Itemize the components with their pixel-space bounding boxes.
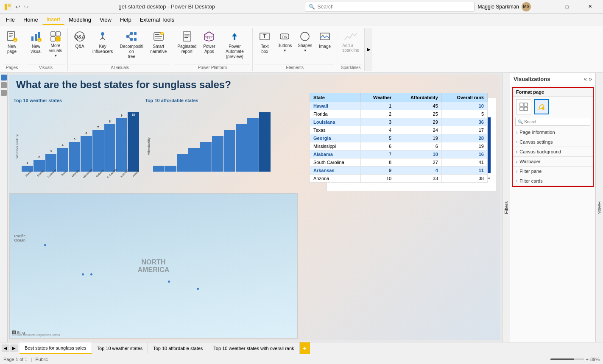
buttons-button[interactable]: OK Buttons ▼ [275,28,294,54]
bar-alabama: 7 [92,130,104,172]
menu-file[interactable]: File [2,15,19,25]
filters-panel[interactable]: Filters [502,73,510,342]
user-area: Maggie Sparkman MS [478,2,531,11]
decomposition-tree-icon [125,30,138,43]
left-icon-2[interactable] [1,82,7,88]
image-button[interactable]: Image [315,28,334,51]
svg-text:OK: OK [282,35,288,39]
table-row: Texas42417 [310,126,488,134]
state-cell: Arizona [310,175,361,183]
accordion-wallpaper[interactable]: › Wallpaper [513,157,593,167]
viz-panel-expand-right[interactable]: » [589,75,592,82]
zoom-level: 89% [590,357,600,362]
svg-rect-26 [134,32,137,35]
zoom-bar[interactable] [550,358,584,360]
qa-button[interactable]: Q&A Q&A [70,28,89,51]
close-button[interactable]: ✕ [580,0,600,14]
accordion-filter-cards[interactable]: › Filter cards [513,176,593,186]
accordion-canvas-settings[interactable]: › Canvas settings [513,137,593,147]
right-bars [153,112,271,172]
text-box-button[interactable]: T Textbox [255,28,274,56]
image-label: Image [319,44,331,49]
menu-home[interactable]: Home [19,15,42,25]
chevron-right-icon-3: › [516,150,517,154]
maximize-button[interactable]: □ [557,0,577,14]
menu-external-tools[interactable]: External Tools [136,15,179,25]
search-input[interactable] [318,4,471,10]
ribbon-visuals-items: + Newvisual Morevisuals ▼ [27,28,65,63]
power-apps-button[interactable]: Apps PowerApps [200,28,218,56]
accordion-page-information[interactable]: › Page information [513,128,593,137]
svg-line-28 [129,33,130,36]
more-visuals-button[interactable]: Morevisuals ▼ [46,28,65,59]
table-row: Arizona103338 [310,175,488,183]
new-visual-button[interactable]: + Newvisual [27,28,45,56]
tab-nav-right[interactable]: ▶ [10,345,18,352]
state-cell: Georgia [310,134,361,142]
map-area: NORTH AMERICA 🅱 Bing © 2019 Microsoft Co… [9,193,298,339]
ribbon-scroll-right[interactable]: ▶ [365,28,372,71]
left-bars: 1 2 3 4 5 6 7 8 9 10 [22,112,139,172]
decomposition-tree-button[interactable]: Decompositiontree [116,28,147,61]
svg-rect-73 [524,107,528,111]
accordion-canvas-background[interactable]: › Canvas background [513,147,593,157]
filter-pane-label: Filter pane [519,169,542,174]
svg-text:+: + [14,39,17,42]
tab-overall-rank[interactable]: Top 10 weather states with overall rank [208,342,299,354]
format-search-box[interactable]: 🔍 [515,118,590,126]
status-left: Page 1 of 1 | Public [3,357,48,362]
svg-rect-39 [184,37,188,38]
power-apps-label: PowerApps [203,44,215,54]
rbar-6 [212,136,223,172]
fields-panel[interactable]: Fields [595,73,603,342]
menu-insert[interactable]: Insert [42,14,65,25]
table-row: Hawaii14510 [310,102,488,110]
left-icon-3[interactable] [1,90,7,96]
ribbon-group-pages: + Newpage Pages [0,28,24,71]
smart-narrative-button[interactable]: ✦ Smartnarrative [148,28,169,56]
tab-nav-left[interactable]: ◀ [2,345,9,352]
key-influencers-button[interactable]: Keyinfluencers [90,28,115,56]
format-page-grid-icon[interactable] [516,99,531,114]
tab-best-states[interactable]: Best states for sunglass sales [20,342,92,354]
table-body: Hawaii14510 Florida2255 Louisiana32936 T… [310,102,488,183]
add-tab-button[interactable]: + [300,342,310,354]
decomposition-tree-label: Decompositiontree [119,44,144,59]
zoom-plus[interactable]: + [586,357,589,362]
menu-modeling[interactable]: Modeling [64,15,95,25]
svg-rect-27 [134,38,137,41]
menu-help[interactable]: Help [116,15,136,25]
data-table: State Weather Affordability Overall rank… [310,93,488,183]
minimize-button[interactable]: ─ [534,0,554,14]
bar-georgia: 5 [69,142,80,172]
filter-cards-label: Filter cards [519,178,542,183]
shapes-button[interactable]: Shapes ▼ [295,28,315,54]
power-automate-button[interactable]: Power Automate(preview) [219,28,250,61]
undo-btn[interactable]: ↩ [15,3,20,10]
format-page-paint-icon[interactable] [534,99,549,114]
redo-btn[interactable]: ↪ [24,3,29,10]
buttons-icon: OK [278,30,291,43]
format-search-input[interactable] [524,119,588,124]
new-page-button[interactable]: + Newpage [3,28,21,56]
col-state: State [310,93,361,102]
add-sparkline-button[interactable]: Add asparkline [340,28,362,54]
qa-label: Q&A [75,44,84,49]
map-label: NORTH AMERICA [138,258,170,274]
pages-icon[interactable] [1,75,7,81]
qa-icon: Q&A [73,30,87,43]
zoom-minus[interactable]: - [547,357,549,362]
viz-panel-collapse-left[interactable]: « [583,75,587,82]
paginated-report-button[interactable]: Paginatedreport [175,28,199,56]
table-row: Arkansas9411 [310,167,488,175]
power-automate-label: Power Automate(preview) [222,44,247,59]
search-bar[interactable]: 🔍 [305,2,475,12]
accordion-filter-pane[interactable]: › Filter pane [513,167,593,176]
menu-view[interactable]: View [95,15,116,25]
bottom-tabs: ◀ ▶ Best states for sunglass sales Top 1… [0,342,603,354]
ribbon-group-power-platform: Paginatedreport Apps PowerApps Power Aut… [172,28,253,71]
tab-affordable-states[interactable]: Top 10 affordable states [148,342,208,354]
tab-weather-states[interactable]: Top 10 weather states [92,342,148,354]
bar-arizona: 10 [128,112,139,172]
separator: | [31,357,32,362]
